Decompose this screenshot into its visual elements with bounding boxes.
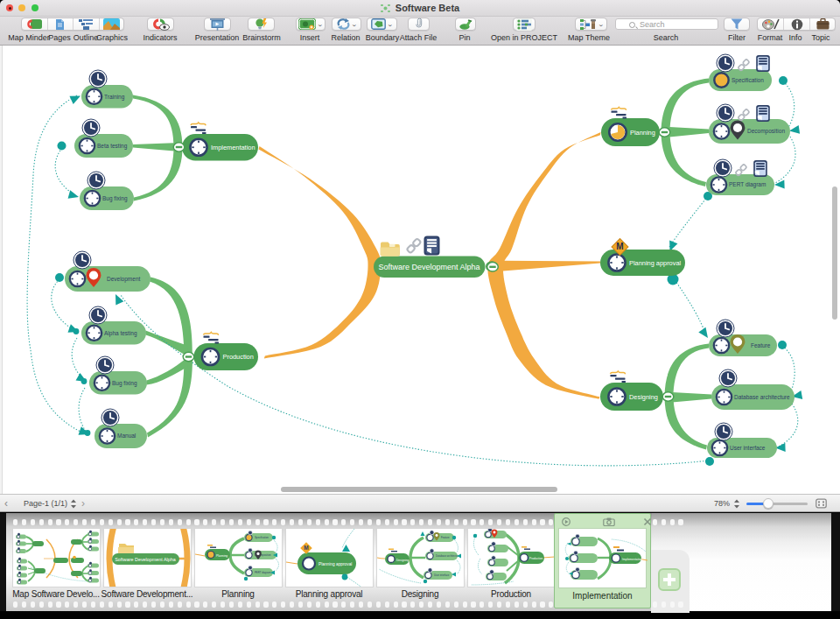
svg-text:Planning: Planning xyxy=(216,554,228,558)
svg-text:Implementation: Implementation xyxy=(622,558,642,561)
svg-text:Bug fixing: Bug fixing xyxy=(102,195,128,202)
svg-text:User interface: User interface xyxy=(434,573,450,577)
svg-text:Database architecture: Database architecture xyxy=(436,554,460,558)
svg-text:Database architecture: Database architecture xyxy=(734,394,790,400)
svg-text:Feature: Feature xyxy=(441,536,450,539)
svg-text:PERT diagram: PERT diagram xyxy=(255,571,271,574)
svg-text:M: M xyxy=(616,242,623,251)
svg-text:Specification: Specification xyxy=(255,536,269,539)
svg-text:Decomposition: Decomposition xyxy=(747,128,785,135)
svg-text:Specification: Specification xyxy=(732,77,764,84)
svg-text:Planning approval: Planning approval xyxy=(629,259,682,267)
svg-text:Production: Production xyxy=(529,557,542,560)
svg-text:Beta testing: Beta testing xyxy=(97,143,128,150)
svg-text:Planning: Planning xyxy=(630,129,655,137)
svg-text:Software Development Alpha: Software Development Alpha xyxy=(378,263,480,271)
svg-text:Bug fixing: Bug fixing xyxy=(112,380,137,387)
svg-text:Alpha testing: Alpha testing xyxy=(104,330,137,337)
svg-text:Software Development Alpha: Software Development Alpha xyxy=(115,557,176,562)
svg-text:PERT diagram: PERT diagram xyxy=(729,181,766,188)
svg-text:Designing: Designing xyxy=(396,559,409,562)
svg-text:User interface: User interface xyxy=(730,445,766,451)
svg-text:Planning approval: Planning approval xyxy=(318,562,352,566)
svg-text:Feature: Feature xyxy=(751,342,771,348)
svg-text:Development: Development xyxy=(107,276,140,283)
svg-text:Implementation: Implementation xyxy=(211,144,256,151)
svg-text:Manual: Manual xyxy=(117,433,136,439)
svg-text:Designing: Designing xyxy=(629,393,658,401)
svg-text:M: M xyxy=(304,545,308,551)
svg-text:Training: Training xyxy=(104,94,125,101)
svg-text:Production: Production xyxy=(223,353,254,361)
